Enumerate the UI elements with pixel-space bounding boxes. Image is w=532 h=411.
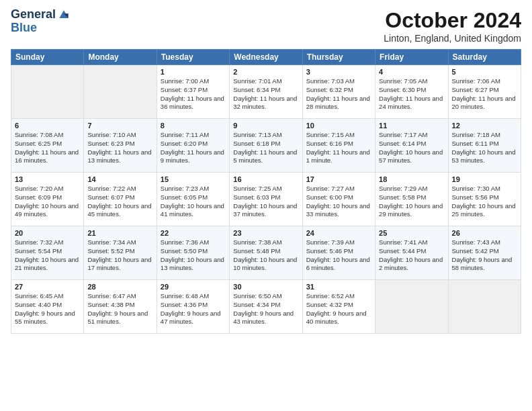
logo-icon	[57, 8, 71, 21]
calendar-cell: 29Sunrise: 6:48 AM Sunset: 4:36 PM Dayli…	[157, 280, 229, 334]
day-number: 15	[161, 175, 226, 183]
weekday-header-saturday: Saturday	[448, 50, 521, 65]
day-info: Sunrise: 7:34 AM Sunset: 5:52 PM Dayligh…	[87, 238, 152, 273]
calendar-cell: 27Sunrise: 6:45 AM Sunset: 4:40 PM Dayli…	[11, 280, 84, 334]
day-number: 20	[15, 229, 80, 237]
week-row-5: 27Sunrise: 6:45 AM Sunset: 4:40 PM Dayli…	[11, 280, 521, 334]
day-number: 26	[452, 229, 517, 237]
title-block: October 2024 Linton, England, United Kin…	[384, 8, 521, 44]
weekday-header-friday: Friday	[375, 50, 448, 65]
calendar-cell	[11, 65, 84, 119]
day-info: Sunrise: 7:22 AM Sunset: 6:07 PM Dayligh…	[87, 185, 152, 219]
calendar-cell: 25Sunrise: 7:41 AM Sunset: 5:44 PM Dayli…	[375, 226, 448, 280]
day-info: Sunrise: 6:52 AM Sunset: 4:32 PM Dayligh…	[306, 292, 371, 326]
day-number: 7	[87, 122, 152, 130]
calendar-cell: 26Sunrise: 7:43 AM Sunset: 5:42 PM Dayli…	[448, 226, 521, 280]
day-info: Sunrise: 7:36 AM Sunset: 5:50 PM Dayligh…	[161, 238, 226, 273]
logo-general: General	[11, 8, 56, 21]
day-number: 21	[87, 229, 152, 237]
calendar-cell: 30Sunrise: 6:50 AM Sunset: 4:34 PM Dayli…	[230, 280, 302, 334]
calendar-cell: 11Sunrise: 7:17 AM Sunset: 6:14 PM Dayli…	[375, 119, 448, 173]
calendar-cell	[84, 65, 157, 119]
day-info: Sunrise: 7:10 AM Sunset: 6:23 PM Dayligh…	[87, 131, 152, 165]
calendar-cell	[375, 280, 448, 334]
day-info: Sunrise: 7:20 AM Sunset: 6:09 PM Dayligh…	[15, 185, 80, 219]
calendar-cell: 22Sunrise: 7:36 AM Sunset: 5:50 PM Dayli…	[157, 226, 229, 280]
day-number: 16	[233, 175, 298, 183]
week-row-4: 20Sunrise: 7:32 AM Sunset: 5:54 PM Dayli…	[11, 226, 521, 280]
weekday-header-wednesday: Wednesday	[230, 50, 302, 65]
weekday-header-sunday: Sunday	[11, 50, 84, 65]
day-info: Sunrise: 7:27 AM Sunset: 6:00 PM Dayligh…	[306, 185, 371, 219]
day-number: 4	[379, 68, 444, 76]
day-number: 2	[233, 68, 298, 76]
calendar-cell: 9Sunrise: 7:13 AM Sunset: 6:18 PM Daylig…	[230, 119, 302, 173]
calendar-cell: 12Sunrise: 7:18 AM Sunset: 6:11 PM Dayli…	[448, 119, 521, 173]
day-info: Sunrise: 6:45 AM Sunset: 4:40 PM Dayligh…	[15, 292, 80, 326]
day-info: Sunrise: 7:11 AM Sunset: 6:20 PM Dayligh…	[161, 131, 226, 165]
day-number: 24	[306, 229, 371, 237]
weekday-header-tuesday: Tuesday	[157, 50, 229, 65]
month-title: October 2024	[384, 8, 521, 33]
day-info: Sunrise: 7:00 AM Sunset: 6:37 PM Dayligh…	[161, 77, 226, 111]
day-info: Sunrise: 6:47 AM Sunset: 4:38 PM Dayligh…	[87, 292, 152, 326]
calendar-cell: 2Sunrise: 7:01 AM Sunset: 6:34 PM Daylig…	[230, 65, 302, 119]
calendar-cell: 13Sunrise: 7:20 AM Sunset: 6:09 PM Dayli…	[11, 173, 84, 226]
calendar-cell: 14Sunrise: 7:22 AM Sunset: 6:07 PM Dayli…	[84, 173, 157, 226]
day-number: 14	[87, 175, 152, 183]
day-info: Sunrise: 7:29 AM Sunset: 5:58 PM Dayligh…	[379, 185, 444, 219]
day-info: Sunrise: 7:13 AM Sunset: 6:18 PM Dayligh…	[233, 131, 298, 165]
weekday-header-row: SundayMondayTuesdayWednesdayThursdayFrid…	[11, 50, 521, 65]
calendar-cell: 23Sunrise: 7:38 AM Sunset: 5:48 PM Dayli…	[230, 226, 302, 280]
calendar-cell: 6Sunrise: 7:08 AM Sunset: 6:25 PM Daylig…	[11, 119, 84, 173]
calendar-cell: 20Sunrise: 7:32 AM Sunset: 5:54 PM Dayli…	[11, 226, 84, 280]
calendar-cell: 18Sunrise: 7:29 AM Sunset: 5:58 PM Dayli…	[375, 173, 448, 226]
day-info: Sunrise: 7:39 AM Sunset: 5:46 PM Dayligh…	[306, 238, 371, 273]
calendar-cell: 31Sunrise: 6:52 AM Sunset: 4:32 PM Dayli…	[302, 280, 375, 334]
day-info: Sunrise: 6:48 AM Sunset: 4:36 PM Dayligh…	[161, 292, 226, 326]
day-info: Sunrise: 7:25 AM Sunset: 6:03 PM Dayligh…	[233, 185, 298, 219]
day-info: Sunrise: 7:23 AM Sunset: 6:05 PM Dayligh…	[161, 185, 226, 219]
day-number: 29	[161, 283, 226, 291]
day-number: 25	[379, 229, 444, 237]
day-number: 3	[306, 68, 371, 76]
day-number: 18	[379, 175, 444, 183]
day-info: Sunrise: 7:43 AM Sunset: 5:42 PM Dayligh…	[452, 238, 517, 273]
day-info: Sunrise: 6:50 AM Sunset: 4:34 PM Dayligh…	[233, 292, 298, 326]
day-number: 28	[87, 283, 152, 291]
day-info: Sunrise: 7:32 AM Sunset: 5:54 PM Dayligh…	[15, 238, 80, 273]
day-number: 19	[452, 175, 517, 183]
day-number: 22	[161, 229, 226, 237]
week-row-2: 6Sunrise: 7:08 AM Sunset: 6:25 PM Daylig…	[11, 119, 521, 173]
calendar-cell: 7Sunrise: 7:10 AM Sunset: 6:23 PM Daylig…	[84, 119, 157, 173]
day-info: Sunrise: 7:17 AM Sunset: 6:14 PM Dayligh…	[379, 131, 444, 165]
calendar-cell: 17Sunrise: 7:27 AM Sunset: 6:00 PM Dayli…	[302, 173, 375, 226]
calendar-cell: 5Sunrise: 7:06 AM Sunset: 6:27 PM Daylig…	[448, 65, 521, 119]
day-info: Sunrise: 7:18 AM Sunset: 6:11 PM Dayligh…	[452, 131, 517, 165]
day-number: 9	[233, 122, 298, 130]
day-info: Sunrise: 7:08 AM Sunset: 6:25 PM Dayligh…	[15, 131, 80, 165]
calendar-cell: 16Sunrise: 7:25 AM Sunset: 6:03 PM Dayli…	[230, 173, 302, 226]
calendar-cell: 3Sunrise: 7:03 AM Sunset: 6:32 PM Daylig…	[302, 65, 375, 119]
calendar-cell	[448, 280, 521, 334]
day-number: 13	[15, 175, 80, 183]
day-number: 1	[161, 68, 226, 76]
logo: General Blue	[11, 8, 71, 35]
day-info: Sunrise: 7:41 AM Sunset: 5:44 PM Dayligh…	[379, 238, 444, 273]
day-number: 10	[306, 122, 371, 130]
day-number: 6	[15, 122, 80, 130]
location: Linton, England, United Kingdom	[384, 33, 521, 44]
day-number: 27	[15, 283, 80, 291]
day-number: 5	[452, 68, 517, 76]
week-row-1: 1Sunrise: 7:00 AM Sunset: 6:37 PM Daylig…	[11, 65, 521, 119]
day-number: 8	[161, 122, 226, 130]
weekday-header-monday: Monday	[84, 50, 157, 65]
day-info: Sunrise: 7:30 AM Sunset: 5:56 PM Dayligh…	[452, 185, 517, 219]
logo-blue: Blue	[11, 21, 37, 34]
weekday-header-thursday: Thursday	[302, 50, 375, 65]
day-info: Sunrise: 7:03 AM Sunset: 6:32 PM Dayligh…	[306, 77, 371, 111]
calendar-cell: 28Sunrise: 6:47 AM Sunset: 4:38 PM Dayli…	[84, 280, 157, 334]
calendar-cell: 21Sunrise: 7:34 AM Sunset: 5:52 PM Dayli…	[84, 226, 157, 280]
day-info: Sunrise: 7:38 AM Sunset: 5:48 PM Dayligh…	[233, 238, 298, 273]
calendar-cell: 19Sunrise: 7:30 AM Sunset: 5:56 PM Dayli…	[448, 173, 521, 226]
